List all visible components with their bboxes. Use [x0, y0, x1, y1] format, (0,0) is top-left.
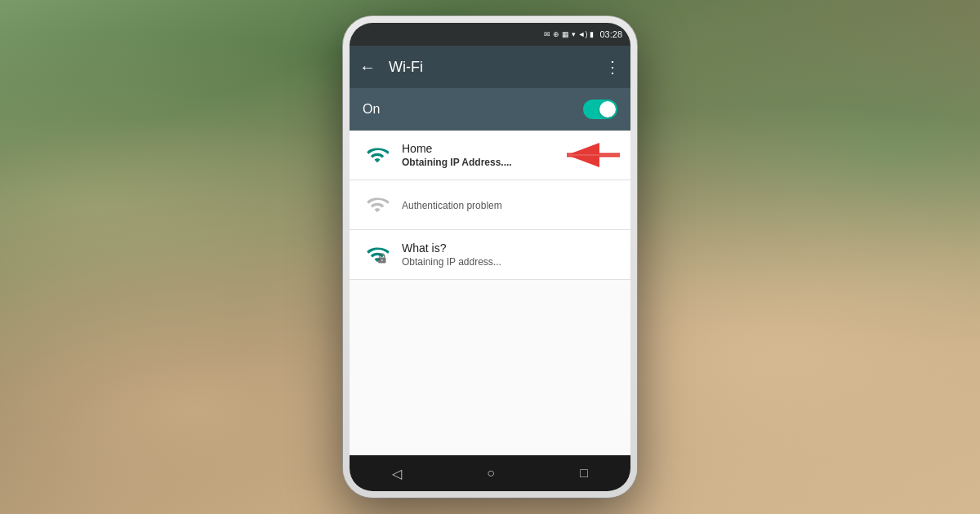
- network-info-whatis: What is? Obtaining IP address...: [402, 241, 617, 268]
- network-info-auth: Authentication problem: [402, 198, 617, 211]
- wifi-toggle-row[interactable]: On: [350, 88, 630, 131]
- wifi-networks-list: Home Obtaining IP Address....: [350, 131, 630, 455]
- gps-icon: ⊕: [553, 30, 559, 38]
- app-title: Wi-Fi: [389, 59, 604, 76]
- wifi-status-icon: ▾: [572, 30, 576, 38]
- network-item-auth[interactable]: Authentication problem: [350, 180, 630, 230]
- status-time: 03:28: [599, 29, 622, 39]
- app-bar: ← Wi-Fi ⋮: [350, 46, 630, 88]
- wifi-icon-whatis: [363, 240, 392, 269]
- network-name-home: Home: [402, 142, 617, 155]
- status-icons: ✉ ⊕ ▦ ▾ ◄) ▮ 03:28: [544, 29, 622, 39]
- network-name-whatis: What is?: [402, 241, 617, 255]
- signal-icon: ▦: [562, 30, 569, 38]
- menu-button[interactable]: ⋮: [604, 57, 621, 77]
- wifi-lock-icon: [366, 243, 389, 266]
- network-item-home[interactable]: Home Obtaining IP Address....: [350, 131, 630, 180]
- phone-device: ✉ ⊕ ▦ ▾ ◄) ▮ 03:28 ← Wi-Fi ⋮ On: [343, 16, 637, 498]
- wifi-icon-auth: [363, 190, 392, 219]
- phone-screen: ✉ ⊕ ▦ ▾ ◄) ▮ 03:28 ← Wi-Fi ⋮ On: [350, 23, 630, 491]
- network-item-whatis[interactable]: What is? Obtaining IP address...: [350, 230, 630, 280]
- back-nav-button[interactable]: ◁: [392, 466, 402, 481]
- wifi-toggle[interactable]: [583, 100, 617, 119]
- network-status-home: Obtaining IP Address....: [402, 157, 617, 168]
- svg-point-5: [381, 259, 383, 261]
- phone-body: ✉ ⊕ ▦ ▾ ◄) ▮ 03:28 ← Wi-Fi ⋮ On: [343, 16, 637, 498]
- network-status-whatis: Obtaining IP address...: [402, 256, 617, 268]
- wifi-full-icon: [366, 144, 389, 166]
- network-status-auth: Authentication problem: [402, 200, 617, 211]
- email-icon: ✉: [544, 30, 550, 38]
- status-bar: ✉ ⊕ ▦ ▾ ◄) ▮ 03:28: [350, 23, 630, 46]
- network-info-home: Home Obtaining IP Address....: [402, 142, 617, 168]
- navigation-bar: ◁ ○ □: [350, 455, 630, 491]
- toggle-label: On: [363, 102, 380, 117]
- wifi-icon-home: [363, 140, 392, 170]
- back-button[interactable]: ←: [359, 58, 376, 77]
- home-nav-button[interactable]: ○: [487, 466, 495, 481]
- battery-icon: ▮: [590, 30, 594, 38]
- recent-nav-button[interactable]: □: [580, 466, 588, 481]
- wifi-weak-icon: [366, 193, 389, 216]
- volume-icon: ◄): [578, 30, 588, 38]
